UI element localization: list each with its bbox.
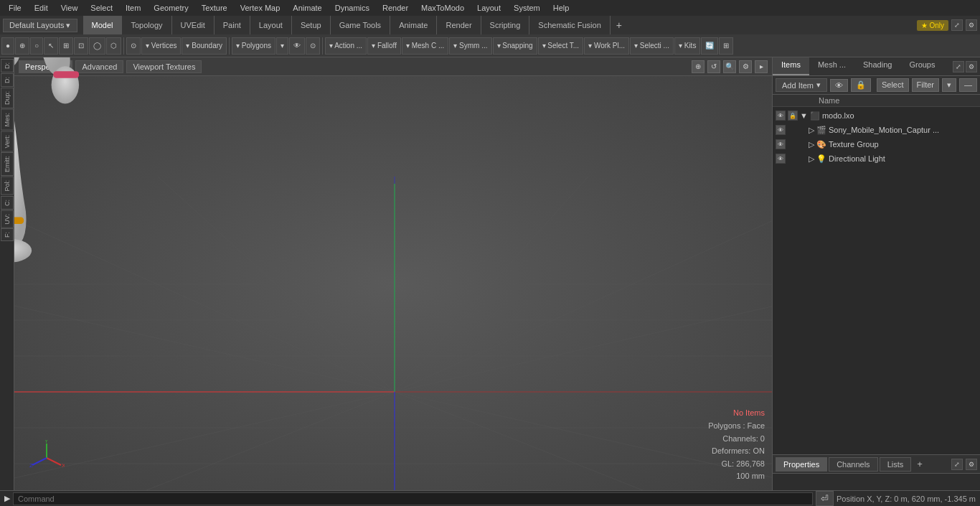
items-resize-btn[interactable]: ⤢ <box>953 61 964 72</box>
eye-texture-group[interactable]: 👁 <box>776 139 786 149</box>
layout-tab-schematic-fusion[interactable]: Schematic Fusion <box>529 16 610 34</box>
vp-rotate-btn[interactable]: ↺ <box>707 60 720 73</box>
layout-tab-setup[interactable]: Setup <box>292 16 331 34</box>
tool-circle2-tool[interactable]: ◯ <box>89 37 105 55</box>
execute-btn[interactable]: ⏎ <box>816 491 834 506</box>
layout-tab-paint[interactable]: Paint <box>215 16 250 34</box>
menu-item-animate[interactable]: Animate <box>287 2 327 14</box>
vp-expand-btn[interactable]: ⊕ <box>692 60 705 73</box>
eye2-modo-lxo[interactable]: 🔒 <box>788 111 798 121</box>
menu-item-layout[interactable]: Layout <box>471 2 507 14</box>
menu-item-render[interactable]: Render <box>377 2 414 14</box>
tab-items[interactable]: Items <box>773 57 809 75</box>
layout-tab-game-tools[interactable]: Game Tools <box>331 16 391 34</box>
tool-snapping-btn[interactable]: ▾ Snapping <box>493 37 537 55</box>
prop-settings-btn[interactable]: ⚙ <box>966 459 977 470</box>
items-more-btn[interactable]: ▾ <box>942 78 956 92</box>
layout-expand-btn[interactable]: ⤢ <box>951 19 963 31</box>
menu-item-geometry[interactable]: Geometry <box>148 2 194 14</box>
layout-tab-layout[interactable]: Layout <box>250 16 292 34</box>
tool-eye-btn[interactable]: 👁 <box>289 37 305 55</box>
menu-item-help[interactable]: Help <box>547 2 575 14</box>
tool-select-tool[interactable]: ↖ <box>44 37 58 55</box>
eye-directional-light[interactable]: 👁 <box>776 154 786 164</box>
tool-selecti-btn[interactable]: ▾ Selecti ... <box>630 37 674 55</box>
menu-item-vertex map[interactable]: Vertex Map <box>235 2 286 14</box>
left-tab-uv[interactable]: UV: <box>1 210 14 228</box>
left-tab-c[interactable]: C: <box>1 196 14 210</box>
tool-dot2-btn[interactable]: ⊙ <box>306 37 320 55</box>
filter-btn[interactable]: Filter <box>912 78 939 92</box>
tool-circle-tool[interactable]: ○ <box>30 37 43 55</box>
tool-grid-tool[interactable]: ⊞ <box>59 37 73 55</box>
layout-settings-btn[interactable]: ⚙ <box>966 19 977 31</box>
eye-modo-lxo[interactable]: 👁 <box>776 111 786 121</box>
menu-item-dynamics[interactable]: Dynamics <box>329 2 375 14</box>
left-tab-d[interactable]: D: <box>1 73 14 87</box>
tool-world-icon[interactable]: ⊕ <box>15 37 29 55</box>
layout-tab-render[interactable]: Render <box>437 16 481 34</box>
lock-icon-btn[interactable]: 🔒 <box>851 78 871 92</box>
layout-dropdown[interactable]: Default Layouts ▾ <box>3 19 77 32</box>
tab-shading[interactable]: Shading <box>854 57 900 75</box>
item-modo-lxo[interactable]: 👁 🔒 ▼ ⬛ modo.lxo <box>773 108 980 123</box>
select-btn[interactable]: Select <box>877 78 909 92</box>
tool-mesh-btn[interactable]: ▾ Mesh C ... <box>402 37 448 55</box>
vp-zoom-btn[interactable]: 🔍 <box>723 60 736 73</box>
vp-play-btn[interactable]: ▸ <box>755 60 768 73</box>
layout-tab-model[interactable]: Model <box>83 16 123 34</box>
tool-kits-btn[interactable]: ▾ Kits <box>674 37 700 55</box>
scene-canvas[interactable]: .grid-line { stroke: #5a5a5a; stroke-wid… <box>14 76 772 490</box>
layout-tab-topology[interactable]: Topology <box>122 16 171 34</box>
tool-action-btn[interactable]: ▾ Action ... <box>325 37 367 55</box>
item-texture-group[interactable]: 👁 ▷ 🎨 Texture Group <box>773 137 980 151</box>
prop-tab-plus[interactable]: + <box>913 457 927 471</box>
left-tab-d[interactable]: D: <box>1 59 14 72</box>
tool-square-tool[interactable]: ⊡ <box>74 37 88 55</box>
star-badge[interactable]: ★ Only <box>917 20 948 31</box>
eye-sony-motion[interactable]: 👁 <box>776 125 786 135</box>
tool-symm-btn[interactable]: ▾ Symm ... <box>449 37 491 55</box>
left-tab-f[interactable]: F: <box>1 228 14 241</box>
layout-tab-animate[interactable]: Animate <box>390 16 437 34</box>
menu-item-maxtomodo[interactable]: MaxToModo <box>415 2 470 14</box>
menu-item-system[interactable]: System <box>508 2 546 14</box>
eye-icon-btn[interactable]: 👁 <box>830 79 848 92</box>
command-input[interactable] <box>13 492 813 505</box>
tool-falloff-btn[interactable]: ▾ Falloff <box>367 37 401 55</box>
left-tab-vert[interactable]: Vert: <box>1 131 14 152</box>
tool-dot-tool[interactable]: ⊙ <box>126 37 141 55</box>
prop-tab-lists[interactable]: Lists <box>880 457 912 472</box>
layout-tab-plus[interactable]: + <box>611 17 628 33</box>
items-minus-btn[interactable]: — <box>959 78 977 92</box>
menu-item-item[interactable]: Item <box>120 2 146 14</box>
tool-workpl-btn[interactable]: ▾ Work Pl... <box>584 37 629 55</box>
add-item-btn[interactable]: Add Item ▾ <box>776 78 827 92</box>
menu-item-edit[interactable]: Edit <box>29 2 54 14</box>
prop-tab-properties[interactable]: Properties <box>776 457 827 472</box>
layout-tab-scripting[interactable]: Scripting <box>481 16 530 34</box>
tool-boundary-btn[interactable]: ▾ Boundary <box>182 37 227 55</box>
tool-mode-dot[interactable]: ● <box>1 37 14 55</box>
item-sony-motion[interactable]: 👁 ▷ 🎬 Sony_Mobile_Motion_Captur ... <box>773 123 980 137</box>
left-tab-pol[interactable]: Pol: <box>1 177 14 195</box>
tab-mesh[interactable]: Mesh ... <box>809 57 854 75</box>
vp-settings-btn[interactable]: ⚙ <box>739 60 752 73</box>
menu-item-texture[interactable]: Texture <box>196 2 233 14</box>
left-tab-dup[interactable]: Dup: <box>1 88 14 108</box>
prop-resize-btn[interactable]: ⤢ <box>951 459 963 470</box>
prop-tab-channels[interactable]: Channels <box>829 457 877 472</box>
tool-extra-btn[interactable]: ▾ <box>276 37 288 55</box>
tool-polygons-btn[interactable]: ▾ Polygons <box>232 37 275 55</box>
left-tab-mes[interactable]: Mes: <box>1 109 14 131</box>
tool-grid2-btn[interactable]: ⊞ <box>719 37 733 55</box>
tab-groups[interactable]: Groups <box>900 57 943 75</box>
layout-tab-uvedit[interactable]: UVEdit <box>172 16 215 34</box>
tool-hex-tool[interactable]: ⬡ <box>106 37 121 55</box>
items-settings-btn[interactable]: ⚙ <box>966 61 977 72</box>
tool-rotate-btn[interactable]: 🔄 <box>701 37 718 55</box>
left-tab-emitt[interactable]: Emitt: <box>1 152 14 176</box>
tool-selectt-btn[interactable]: ▾ Select T... <box>538 37 584 55</box>
menu-item-file[interactable]: File <box>3 2 27 14</box>
item-directional-light[interactable]: 👁 ▷ 💡 Directional Light <box>773 151 980 166</box>
